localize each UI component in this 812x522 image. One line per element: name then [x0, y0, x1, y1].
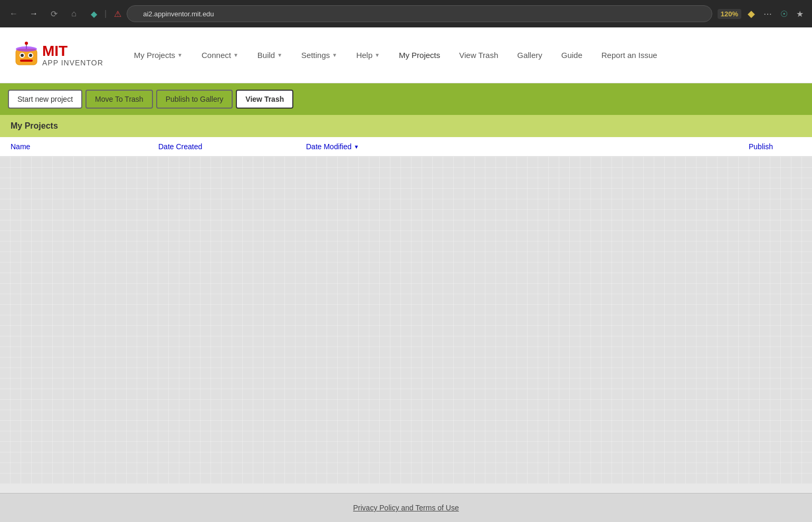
nav-settings[interactable]: Settings ▼	[292, 46, 347, 64]
nav-view-trash[interactable]: View Trash	[450, 46, 508, 64]
nav-build[interactable]: Build ▼	[248, 46, 292, 64]
svg-point-8	[16, 46, 37, 52]
browser-right-controls: 120% ◆ ⋯ ☉ ★	[718, 6, 806, 22]
projects-header: My Projects	[0, 115, 812, 137]
projects-title: My Projects	[11, 121, 58, 130]
svg-rect-7	[20, 60, 33, 62]
dropdown-arrow-settings: ▼	[332, 52, 337, 58]
zoom-level: 120%	[718, 9, 741, 19]
svg-point-4	[29, 54, 32, 57]
shield-icon: ◆	[91, 9, 97, 19]
more-options-icon[interactable]: ⋯	[761, 7, 774, 21]
logo-icon	[11, 40, 42, 71]
forward-button[interactable]: →	[26, 6, 41, 21]
nav-gallery[interactable]: Gallery	[508, 46, 552, 64]
publish-to-gallery-button[interactable]: Publish to Gallery	[156, 90, 233, 109]
svg-point-6	[25, 42, 28, 45]
dropdown-arrow-connect: ▼	[233, 52, 238, 58]
address-bar[interactable]: ai2.appinventor.mit.edu	[127, 5, 712, 22]
logo-text: MIT APP INVENTOR	[42, 44, 103, 67]
url-text: ai2.appinventor.mit.edu	[143, 10, 214, 18]
sort-arrow-icon: ▼	[354, 144, 359, 150]
main-content-area	[0, 157, 812, 484]
logo-mit-text: MIT	[42, 44, 103, 59]
nav-report-issue[interactable]: Report an Issue	[592, 46, 667, 64]
app-navbar: MIT APP INVENTOR My Projects ▼ Connect ▼…	[0, 27, 812, 83]
privacy-icon[interactable]: ☉	[778, 7, 790, 21]
col-name[interactable]: Name	[11, 142, 158, 151]
dropdown-arrow-help: ▼	[375, 52, 380, 58]
back-button[interactable]: ←	[6, 6, 21, 21]
nav-my-projects[interactable]: My Projects ▼	[125, 46, 192, 64]
col-published[interactable]: Publish	[749, 142, 801, 151]
nav-menu: My Projects ▼ Connect ▼ Build ▼ Settings…	[125, 46, 801, 64]
nav-my-projects-2[interactable]: My Projects	[389, 46, 450, 64]
security-icon: ⚠	[114, 9, 121, 19]
separator: |	[104, 9, 107, 18]
projects-section: My Projects Name Date Created Date Modif…	[0, 115, 812, 157]
col-date-created[interactable]: Date Created	[158, 142, 306, 151]
browser-chrome: ← → ⟳ ⌂ ◆ | ⚠ ai2.appinventor.mit.edu 12…	[0, 0, 812, 27]
move-to-trash-button[interactable]: Move To Trash	[85, 90, 153, 109]
start-new-project-button[interactable]: Start new project	[8, 90, 82, 109]
extensions-icon[interactable]: ◆	[746, 6, 757, 22]
privacy-policy-link[interactable]: Privacy Policy and Terms of Use	[353, 504, 458, 512]
home-button[interactable]: ⌂	[66, 6, 81, 21]
toolbar: Start new project Move To Trash Publish …	[0, 83, 812, 115]
svg-point-3	[21, 54, 24, 57]
logo-subtitle-text: APP INVENTOR	[42, 59, 103, 67]
projects-table-header: Name Date Created Date Modified ▼ Publis…	[0, 137, 812, 157]
footer: Privacy Policy and Terms of Use	[0, 493, 812, 522]
nav-guide[interactable]: Guide	[552, 46, 592, 64]
bookmark-icon[interactable]: ★	[794, 7, 806, 21]
nav-help[interactable]: Help ▼	[347, 46, 389, 64]
refresh-button[interactable]: ⟳	[46, 6, 61, 21]
dropdown-arrow-my-projects: ▼	[177, 52, 183, 58]
nav-connect[interactable]: Connect ▼	[192, 46, 248, 64]
col-date-modified[interactable]: Date Modified ▼	[306, 142, 749, 151]
logo-area[interactable]: MIT APP INVENTOR	[11, 40, 103, 71]
view-trash-button[interactable]: View Trash	[236, 90, 293, 109]
dropdown-arrow-build: ▼	[277, 52, 282, 58]
